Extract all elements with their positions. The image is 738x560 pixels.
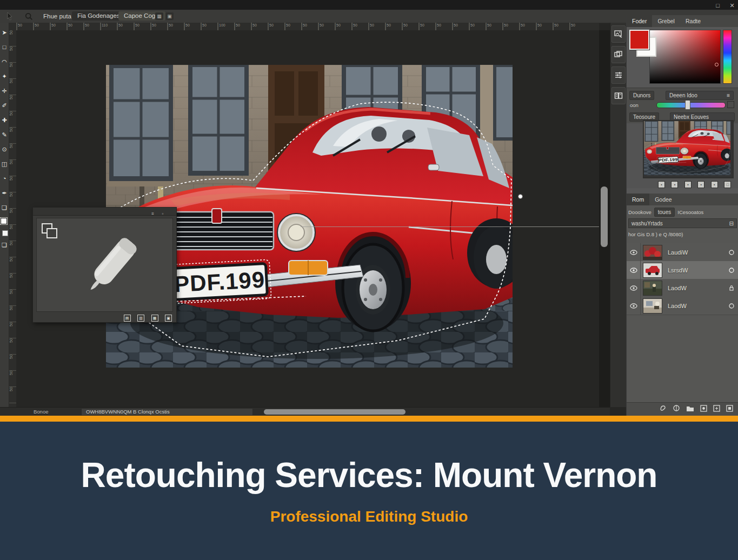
blend-mode-button[interactable]: Dunors: [629, 91, 654, 100]
navigator-button-1[interactable]: ▪: [658, 181, 665, 188]
vertical-scrollbar-thumb[interactable]: [601, 186, 608, 247]
cursor-tool-icon[interactable]: [5, 12, 14, 23]
visibility-eye-icon[interactable]: [627, 279, 641, 297]
navigator-button-4[interactable]: ▪: [697, 181, 704, 188]
layer-link-icon[interactable]: [729, 248, 734, 257]
hue-adjust-slider[interactable]: [656, 102, 726, 108]
layer-link-icon[interactable]: [729, 265, 734, 275]
horizontal-ruler-tick: 50: [435, 23, 452, 30]
foreground-color-swatch[interactable]: [629, 30, 649, 50]
crop-tool-icon[interactable]: ✛: [1, 84, 9, 99]
eyedropper-tool-icon[interactable]: ✐: [1, 99, 9, 114]
collapsed-panel-adjustments-icon[interactable]: [611, 66, 626, 84]
vector-mask-icon[interactable]: [659, 404, 667, 414]
slider-option-box[interactable]: [727, 101, 734, 108]
panel-foot-icon-2[interactable]: ▥: [137, 315, 144, 322]
layers-filter-label-1[interactable]: Doookove: [628, 209, 651, 215]
layers-search-input[interactable]: washuYrtads ⊟: [628, 218, 737, 228]
panel-foot-icon-3[interactable]: ▦: [151, 315, 158, 322]
layer-name: LaodW: [668, 303, 729, 309]
horizontal-ruler-tick: 50: [134, 23, 150, 30]
new-layer-icon[interactable]: [713, 404, 720, 414]
navigator-button-2[interactable]: ▪: [671, 181, 678, 188]
layer-row-2[interactable]: LsrsdW: [627, 261, 738, 279]
marquee-tool-icon[interactable]: □: [1, 41, 9, 55]
hue-strip[interactable]: [723, 30, 732, 84]
document-canvas[interactable]: PDF.199: [16, 30, 599, 407]
close-button[interactable]: ✕: [726, 1, 738, 10]
search-icon[interactable]: [25, 12, 33, 23]
layers-filter-label-2[interactable]: ICesooatos: [677, 209, 703, 215]
horizontal-ruler-tick: 50: [402, 23, 418, 30]
navigator-button-6[interactable]: □: [724, 181, 731, 188]
layers-filter-select[interactable]: toues: [654, 208, 675, 217]
selection-handle[interactable]: [518, 194, 523, 199]
floating-panel-titlebar[interactable]: ≡ ▫: [33, 208, 176, 216]
clone-stamp-tool-icon[interactable]: ⊙: [1, 143, 9, 157]
layer-link-icon[interactable]: [729, 301, 734, 311]
maximize-button[interactable]: □: [712, 1, 724, 10]
panel-foot-icon-4[interactable]: ▣: [165, 315, 172, 322]
tab-layers[interactable]: Rom: [627, 194, 649, 205]
hue-slider-knob[interactable]: [685, 100, 690, 110]
tab-swatches[interactable]: Grebel: [652, 15, 680, 27]
copy-layers-icon[interactable]: [41, 223, 59, 242]
layer-row-4[interactable]: LaodW: [627, 297, 738, 315]
vertical-ruler-tick: 50: [9, 30, 16, 46]
toolbar-button-2[interactable]: Fia Godenages: [72, 11, 125, 21]
visibility-eye-icon[interactable]: [627, 261, 641, 279]
healing-tool-icon[interactable]: ✚: [1, 114, 9, 128]
collapsed-panel-library-icon[interactable]: [611, 87, 626, 104]
background-swatch[interactable]: [2, 230, 8, 236]
layer-row-1[interactable]: LaudiW: [627, 243, 738, 262]
navigator-thumbnail[interactable]: [643, 120, 734, 178]
toolbar-button-1[interactable]: Fhue puta: [38, 10, 77, 23]
lasso-tool-icon[interactable]: ◠: [1, 55, 9, 70]
toolbar-mini-button-1[interactable]: ▦: [155, 12, 163, 20]
panel-close-icon[interactable]: ▫: [159, 210, 167, 218]
tab-color[interactable]: Foder: [627, 15, 652, 27]
horizontal-scrollbar-thumb[interactable]: [264, 409, 405, 415]
foreground-background-swatches[interactable]: [1, 218, 8, 236]
panel-menu-icon[interactable]: ≡: [149, 210, 157, 218]
adjustment-layer-icon[interactable]: [673, 404, 680, 414]
tool-palette: ➤□◠✦✛✐✚✎⊙◫◔✒❏❏: [0, 23, 9, 407]
quick-mask-icon[interactable]: ❏: [1, 238, 9, 253]
collapsed-panel-duplicate-icon[interactable]: [611, 46, 626, 63]
foreground-swatch[interactable]: [1, 218, 7, 224]
delete-layer-icon[interactable]: [726, 404, 733, 414]
visibility-eye-icon[interactable]: [627, 297, 641, 315]
navigator-button-3[interactable]: ▪: [684, 181, 692, 188]
layer-thumbnail[interactable]: [643, 263, 662, 278]
panel-foot-icon-1[interactable]: ▤: [124, 315, 131, 322]
layer-thumbnail[interactable]: [643, 281, 662, 296]
layers-search-icon[interactable]: ⊟: [729, 219, 734, 228]
layer-thumbnail[interactable]: [643, 298, 662, 314]
eraser-tool-icon[interactable]: ◫: [1, 157, 9, 172]
brush-tool-icon[interactable]: ✎: [1, 128, 9, 143]
shape-tool-icon[interactable]: ❏: [1, 201, 9, 216]
new-group-icon[interactable]: [686, 404, 694, 414]
vertical-ruler-tick: 50: [9, 160, 16, 176]
collapsed-panel-image-icon[interactable]: [611, 25, 626, 43]
floating-brush-panel[interactable]: ≡ ▫: [32, 207, 177, 323]
layer-row-3[interactable]: LaodW: [627, 279, 738, 297]
tab-gradients[interactable]: Radte: [680, 15, 706, 27]
layer-lock-icon[interactable]: [729, 283, 734, 293]
dodge-tool-icon[interactable]: ◔: [1, 172, 9, 186]
blend-mode-dropdown[interactable]: Deeen Idoo ≡: [666, 91, 734, 100]
horizontal-ruler-tick: 110: [100, 23, 117, 30]
saturation-value-picker[interactable]: [649, 30, 721, 84]
move-tool-icon[interactable]: ➤: [1, 26, 9, 41]
navigator-button-5[interactable]: ▪: [711, 181, 718, 188]
vertical-scrollbar[interactable]: [599, 30, 610, 407]
tab-channels[interactable]: Godee: [649, 194, 677, 205]
horizontal-ruler-tick: 50: [368, 23, 385, 30]
layer-thumbnail[interactable]: [643, 245, 662, 260]
visibility-eye-icon[interactable]: [627, 243, 641, 261]
color-cursor[interactable]: [715, 63, 719, 66]
layer-mask-icon[interactable]: [700, 404, 707, 414]
pen-tool-icon[interactable]: ✒: [1, 186, 9, 201]
toolbar-mini-button-2[interactable]: ▣: [165, 12, 174, 20]
magic-wand-tool-icon[interactable]: ✦: [1, 70, 9, 84]
